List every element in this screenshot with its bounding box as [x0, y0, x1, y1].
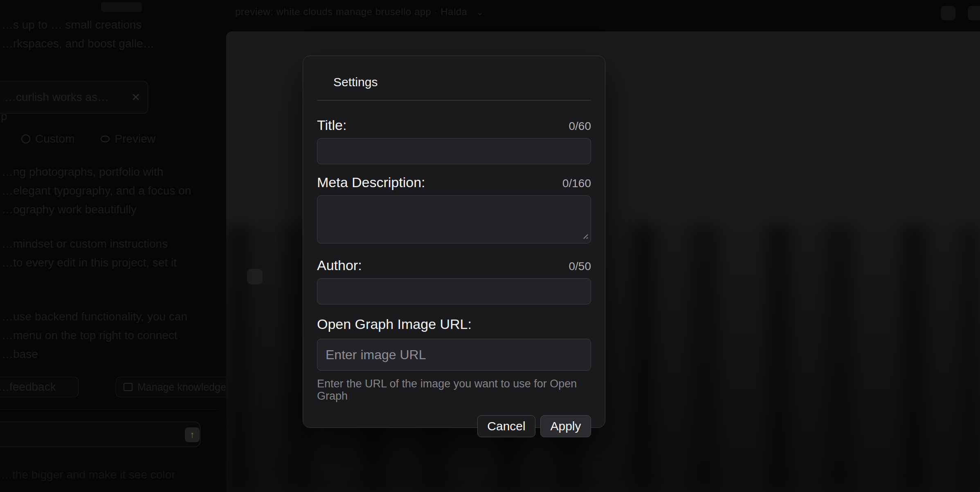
cancel-button[interactable]: Cancel [477, 415, 535, 437]
chat-message-line: …rkspaces, and boost galle… [2, 34, 155, 53]
manage-knowledge-label: Manage knowledge [137, 378, 226, 396]
suggestion-card: …curlish works as… ✕ [0, 81, 148, 114]
close-icon: ✕ [131, 91, 140, 104]
tab-pill [101, 2, 142, 12]
title-char-counter: 0/60 [569, 120, 591, 133]
meta-description-textarea[interactable] [317, 195, 591, 244]
meta-description-char-counter: 0/160 [562, 177, 591, 190]
title-input[interactable] [317, 138, 591, 164]
send-icon: ↑ [185, 427, 200, 442]
dialog-title: Settings [317, 75, 591, 89]
feedback-button: …feedback [0, 377, 79, 397]
chat-paragraph-line: …to every edit in this project, set it [2, 253, 177, 272]
author-input[interactable] [317, 278, 591, 304]
chat-paragraph-line: …mindset or custom instructions [2, 235, 168, 253]
author-char-counter: 0/50 [569, 260, 591, 273]
breadcrumb: preview: white clouds manage brusello ap… [235, 6, 484, 18]
toggle-custom: Custom [21, 130, 74, 148]
chat-paragraph-line: …ng photographs, portfolio with [2, 163, 163, 181]
suggestion-card-text: …curlish works as… [4, 88, 109, 107]
resize-handle-icon[interactable] [580, 231, 589, 240]
feedback-button-label: …feedback [0, 378, 56, 396]
chat-paragraph-line: …use backend functionality, you can [2, 307, 187, 326]
breadcrumb-label: preview: white clouds manage brusello ap… [235, 6, 467, 17]
chat-message-line: …s up to … small creations [2, 16, 142, 34]
chat-input [0, 422, 200, 447]
manage-knowledge-button: Manage knowledge [116, 377, 234, 397]
book-icon [124, 383, 133, 391]
chat-paragraph-line: …elegant typography, and a focus on [2, 181, 191, 200]
og-image-field-row: Open Graph Image URL: [317, 316, 591, 332]
apply-button[interactable]: Apply [540, 415, 591, 437]
app-root: preview: white clouds manage brusello ap… [0, 0, 980, 492]
sidebar-divider [0, 409, 218, 410]
title-label: Title: [317, 117, 346, 133]
chat-paragraph-line: …base [2, 345, 38, 364]
chat-paragraph-line: …menu on the top right to connect [2, 326, 178, 345]
author-label: Author: [317, 257, 362, 273]
toggle-label: Preview [115, 130, 155, 148]
og-image-url-input[interactable] [317, 339, 591, 371]
mode-toggle-row: Custom Preview [21, 131, 155, 147]
og-image-url-label: Open Graph Image URL: [317, 316, 472, 332]
og-image-helper-text: Enter the URL of the image you want to u… [317, 378, 591, 402]
chevron-down-icon: ⌄ [476, 7, 484, 17]
meta-description-label: Meta Description: [317, 174, 425, 190]
send-arrow-glyph: ↑ [190, 429, 195, 440]
monitor-icon [21, 134, 30, 143]
avatar-icon [968, 6, 980, 20]
toggle-preview: Preview [101, 130, 155, 148]
toggle-label: Custom [35, 130, 74, 148]
meta-description-field-row: Meta Description: 0/160 [317, 174, 591, 190]
title-field-row: Title: 0/60 [317, 117, 591, 133]
toolbar-icon [941, 6, 955, 20]
meta-description-wrap [317, 195, 591, 244]
settings-dialog: Settings Title: 0/60 Meta Description: 0… [303, 56, 605, 428]
eye-icon [101, 136, 110, 142]
dialog-footer: Cancel Apply [317, 415, 591, 437]
chat-paragraph-line: …ography work beautifully [2, 200, 137, 219]
chat-user-message: …the bigger and make it see color [1, 468, 175, 481]
author-field-row: Author: 0/50 [317, 257, 591, 273]
mini-button [247, 269, 263, 284]
chat-chip: p [1, 107, 7, 126]
dialog-divider [317, 100, 591, 101]
